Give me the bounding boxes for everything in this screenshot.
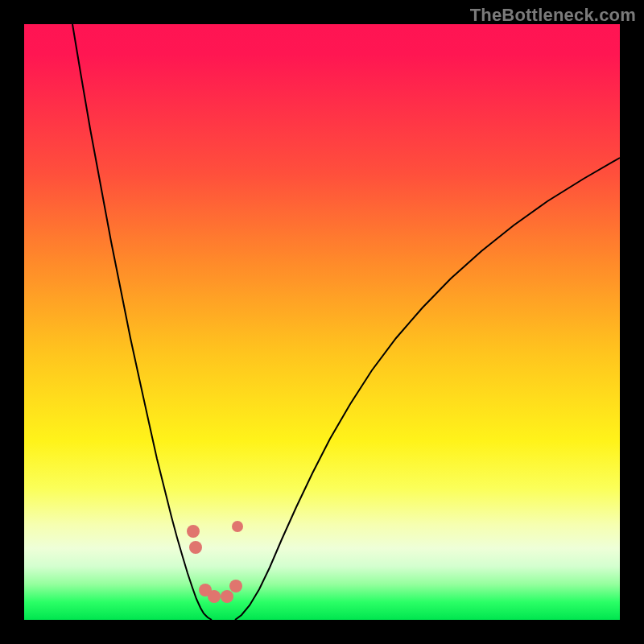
data-marker: [189, 541, 202, 554]
data-marker: [208, 590, 221, 603]
data-marker: [187, 525, 200, 538]
curve-layer: [24, 24, 620, 620]
data-marker: [229, 580, 242, 592]
watermark-text: TheBottleneck.com: [470, 5, 636, 26]
right-curve: [235, 158, 620, 620]
data-marker: [232, 521, 243, 532]
marker-group: [187, 521, 243, 603]
plot-area: [24, 24, 620, 620]
chart-frame: TheBottleneck.com: [0, 0, 644, 644]
data-marker: [221, 590, 233, 603]
